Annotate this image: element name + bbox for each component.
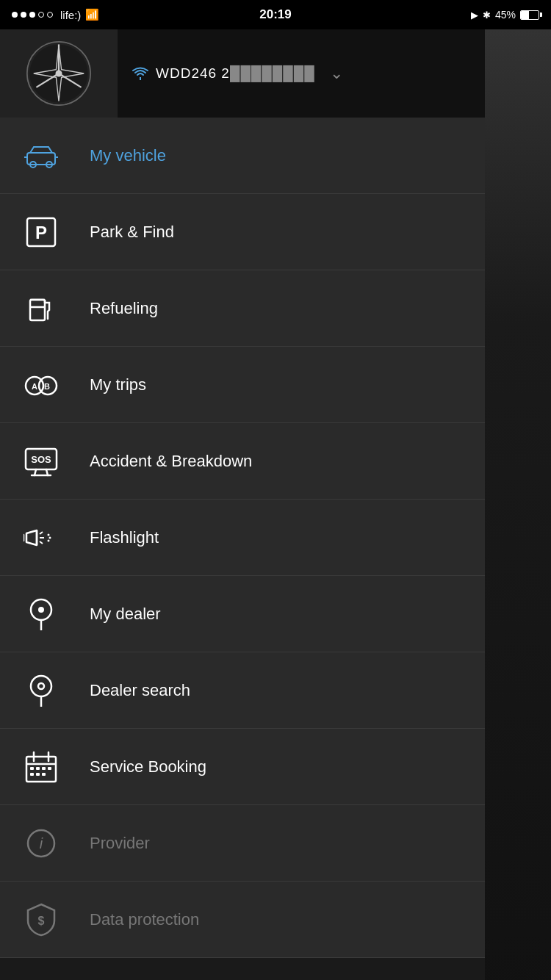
svg-point-39 <box>38 683 44 689</box>
menu-item-service-booking[interactable]: Service Booking <box>0 729 485 805</box>
navigation-menu: My vehicle P Park & Find Refueling <box>0 118 485 958</box>
dot2 <box>21 12 26 18</box>
calendar-icon <box>22 751 60 783</box>
my-dealer-icon <box>22 598 60 630</box>
my-trips-label: My trips <box>90 375 146 394</box>
flashlight-label: Flashlight <box>90 528 159 547</box>
svg-text:i: i <box>40 835 43 851</box>
shield-icon: $ <box>22 903 60 937</box>
status-bar: life:) 📶 20:19 ▶ ✱ 45% <box>0 0 551 29</box>
svg-point-32 <box>48 533 50 536</box>
dealer-search-icon <box>22 674 60 707</box>
svg-line-31 <box>40 541 43 544</box>
dot5 <box>47 12 53 18</box>
menu-item-accident-breakdown[interactable]: SOS Accident & Breakdown <box>0 423 485 500</box>
svg-point-34 <box>48 539 50 541</box>
svg-point-33 <box>49 536 51 538</box>
menu-item-park-find[interactable]: P Park & Find <box>0 194 485 270</box>
menu-item-my-vehicle[interactable]: My vehicle <box>0 118 485 194</box>
header: WDD246 2████████ ⌄ <box>0 29 551 118</box>
svg-text:SOS: SOS <box>31 454 51 465</box>
car-icon <box>22 143 60 169</box>
vin-number: WDD246 2████████ <box>156 65 315 82</box>
dealer-search-label: Dealer search <box>90 681 190 700</box>
svg-line-30 <box>40 532 43 534</box>
svg-point-38 <box>31 676 51 696</box>
menu-item-dealer-search[interactable]: Dealer search <box>0 652 485 729</box>
parking-icon: P <box>22 217 60 248</box>
svg-marker-26 <box>26 530 37 545</box>
svg-rect-46 <box>36 767 40 770</box>
flashlight-icon <box>22 525 60 551</box>
mercedes-star-icon <box>26 40 92 107</box>
connected-icon <box>132 67 148 80</box>
battery-percent: 45% <box>495 9 516 21</box>
chevron-down-icon[interactable]: ⌄ <box>330 64 343 83</box>
location-icon: ▶ <box>471 10 478 21</box>
svg-rect-51 <box>42 773 46 776</box>
carrier-label: life:) <box>60 9 81 21</box>
menu-item-my-trips[interactable]: A B My trips <box>0 347 485 423</box>
right-panel-background <box>485 29 551 980</box>
service-booking-label: Service Booking <box>90 757 206 777</box>
svg-rect-49 <box>30 773 34 776</box>
wifi-icon: 📶 <box>85 8 99 21</box>
status-time: 20:19 <box>259 7 291 22</box>
accident-breakdown-label: Accident & Breakdown <box>90 452 252 471</box>
svg-text:B: B <box>44 382 50 391</box>
sos-icon: SOS <box>22 446 60 477</box>
menu-item-flashlight[interactable]: Flashlight <box>0 500 485 576</box>
menu-item-refueling[interactable]: Refueling <box>0 270 485 347</box>
svg-point-36 <box>38 607 44 613</box>
refueling-label: Refueling <box>90 299 158 318</box>
park-find-label: Park & Find <box>90 223 174 242</box>
svg-text:$: $ <box>38 915 45 927</box>
status-right: ▶ ✱ 45% <box>471 9 539 21</box>
data-protection-label: Data protection <box>90 910 199 929</box>
trips-icon: A B <box>22 370 60 400</box>
dot3 <box>29 12 35 18</box>
signal-dots <box>12 12 53 18</box>
dot4 <box>38 12 44 18</box>
svg-rect-45 <box>30 767 34 770</box>
svg-point-6 <box>56 71 62 77</box>
svg-text:P: P <box>35 223 47 242</box>
brand-logo <box>0 29 118 118</box>
provider-label: Provider <box>90 834 150 853</box>
menu-item-provider[interactable]: i Provider <box>0 805 485 882</box>
header-vin-area: WDD246 2████████ ⌄ <box>118 64 485 83</box>
fuel-icon <box>22 292 60 325</box>
battery-fill <box>521 11 529 19</box>
status-left: life:) 📶 <box>12 8 99 21</box>
svg-text:A: A <box>32 382 37 391</box>
info-icon: i <box>22 829 60 858</box>
menu-item-data-protection[interactable]: $ Data protection <box>0 882 485 958</box>
svg-rect-48 <box>48 767 51 770</box>
dot1 <box>12 12 18 18</box>
bluetooth-icon: ✱ <box>483 10 491 21</box>
menu-item-my-dealer[interactable]: My dealer <box>0 576 485 652</box>
svg-rect-15 <box>30 300 45 320</box>
svg-rect-47 <box>42 767 46 770</box>
my-dealer-label: My dealer <box>90 605 161 624</box>
svg-rect-50 <box>36 773 40 776</box>
my-vehicle-label: My vehicle <box>90 146 166 165</box>
battery-icon <box>520 10 539 20</box>
